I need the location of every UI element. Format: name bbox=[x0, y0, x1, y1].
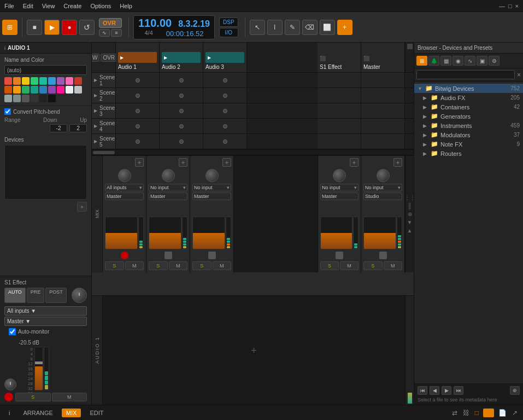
input-select[interactable]: All inputs ▼ bbox=[4, 306, 87, 316]
menu-options[interactable]: Options bbox=[90, 3, 111, 9]
scene-cell-4-2[interactable] bbox=[160, 119, 203, 133]
scene-cell-4-3[interactable] bbox=[203, 119, 247, 133]
status-icon-link[interactable]: ⛓ bbox=[462, 408, 471, 418]
scene-cell-1-1[interactable] bbox=[116, 73, 160, 88]
rec-btn-s1[interactable] bbox=[336, 252, 343, 259]
browser-tool-grid[interactable]: ⊞ bbox=[416, 56, 427, 66]
fader-master-track[interactable] bbox=[363, 217, 396, 249]
mixer-nav-up[interactable]: ▲ bbox=[407, 228, 413, 234]
scene-cell-1-3[interactable] bbox=[203, 73, 247, 88]
input-ch1[interactable]: All inputs ▾ bbox=[105, 184, 144, 191]
browser-tool-circle[interactable]: ◉ bbox=[453, 56, 463, 66]
tree-item-bitwig[interactable]: ▼ 📁 Bitwig Devices 752 bbox=[414, 84, 523, 93]
browser-nav-next[interactable]: ▶ bbox=[442, 386, 451, 395]
browser-tool-bar[interactable]: ▦ bbox=[440, 56, 451, 66]
scene-cell-2-5[interactable] bbox=[361, 88, 405, 103]
browser-tool-monitor[interactable]: ▣ bbox=[477, 56, 487, 66]
browser-nav-prev[interactable]: ◀ bbox=[430, 386, 439, 395]
color-yellow[interactable] bbox=[22, 77, 30, 85]
add-tool[interactable]: + bbox=[337, 20, 352, 35]
scene-cell-2-1[interactable] bbox=[116, 88, 160, 103]
tree-item-notefx[interactable]: ▶ 📁 Note FX 9 bbox=[414, 139, 523, 149]
tree-item-audiofx[interactable]: ▶ 📁 Audio FX 205 bbox=[414, 93, 523, 102]
scene-cell-1-5[interactable] bbox=[361, 73, 405, 88]
play-button[interactable]: ▶ bbox=[44, 20, 60, 35]
win-maximize[interactable]: □ bbox=[508, 3, 512, 9]
menu-file[interactable]: File bbox=[4, 3, 14, 9]
add-fx-master[interactable]: + bbox=[393, 158, 402, 167]
send-master[interactable]: Studio bbox=[363, 192, 402, 200]
add-fx-s1[interactable]: + bbox=[350, 158, 359, 167]
fader-ch3-track[interactable] bbox=[192, 217, 225, 249]
track-scroll[interactable] bbox=[405, 43, 414, 72]
scene-cell-5-4[interactable] bbox=[318, 134, 361, 149]
waveform-canvas[interactable]: + bbox=[103, 296, 405, 405]
color-burnt[interactable] bbox=[4, 86, 12, 94]
scene-scrollbar[interactable] bbox=[92, 149, 414, 155]
range-down-val[interactable]: -2 bbox=[50, 124, 67, 132]
tab-edit[interactable]: EDIT bbox=[85, 409, 108, 417]
color-darkteal[interactable] bbox=[31, 86, 38, 94]
scene-cell-2-3[interactable] bbox=[203, 88, 247, 103]
rec-btn-ch3[interactable] bbox=[208, 252, 216, 259]
send-ch2[interactable]: Master bbox=[149, 192, 187, 200]
pitch-bend-checkbox[interactable] bbox=[4, 108, 11, 115]
tree-item-instruments[interactable]: ▶ 📁 Instruments 459 bbox=[414, 121, 523, 130]
solo-master[interactable]: S bbox=[363, 261, 383, 270]
scene-cell-3-5[interactable] bbox=[361, 103, 405, 118]
win-close[interactable]: × bbox=[515, 3, 519, 9]
grid-button[interactable]: ≡ bbox=[111, 29, 122, 37]
waveform-add-icon[interactable]: + bbox=[251, 345, 257, 356]
scene-cell-5-3[interactable] bbox=[203, 134, 247, 149]
track-header-audio3[interactable]: ▶ Audio 3 bbox=[203, 43, 247, 72]
record-button[interactable]: ● bbox=[62, 20, 77, 35]
scene-cell-4-4[interactable] bbox=[318, 119, 361, 133]
track-header-audio1[interactable]: ▶ Audio 1 bbox=[116, 43, 160, 72]
scene-cell-3-1[interactable] bbox=[116, 103, 160, 118]
menu-create[interactable]: Create bbox=[63, 3, 81, 9]
status-icon-file[interactable]: 📄 bbox=[497, 408, 508, 418]
menu-view[interactable]: View bbox=[42, 3, 55, 9]
color-dark[interactable] bbox=[31, 95, 38, 102]
track-header-master[interactable]: ⬛ Master bbox=[361, 43, 405, 72]
browser-search-clear[interactable]: × bbox=[517, 71, 521, 79]
pan-knob-ch2[interactable] bbox=[162, 169, 175, 182]
color-darkred[interactable] bbox=[74, 77, 82, 85]
send-s1[interactable]: Master bbox=[320, 192, 359, 200]
add-fx-ch2[interactable]: + bbox=[179, 158, 187, 167]
bpm-display[interactable]: 110.00 bbox=[138, 17, 172, 30]
color-green[interactable] bbox=[31, 77, 38, 85]
color-pink[interactable] bbox=[66, 77, 73, 85]
color-white[interactable] bbox=[66, 86, 73, 94]
tree-item-routers[interactable]: ▶ 📁 Routers bbox=[414, 149, 523, 158]
status-icon-export[interactable]: ↗ bbox=[511, 408, 519, 418]
send-ch3[interactable]: Master bbox=[192, 192, 231, 200]
s1-tab-pre[interactable]: PRE bbox=[27, 288, 45, 303]
scene-scroll-thumb[interactable] bbox=[93, 151, 115, 154]
auto-label[interactable]: (auto) bbox=[7, 67, 21, 73]
pan-knob-ch1[interactable] bbox=[118, 169, 131, 182]
input-s1[interactable]: No input ▾ bbox=[320, 184, 359, 191]
menu-edit[interactable]: Edit bbox=[23, 3, 33, 9]
s1-knob[interactable] bbox=[72, 288, 87, 303]
solo-ch2[interactable]: S bbox=[149, 261, 168, 270]
color-teal[interactable] bbox=[39, 77, 47, 85]
mute-master[interactable]: M bbox=[384, 261, 403, 270]
send-ch1[interactable]: Master bbox=[105, 192, 144, 200]
mute-s1[interactable]: M bbox=[340, 261, 359, 270]
send-select[interactable]: Master ▼ bbox=[4, 317, 87, 326]
tab-arrange[interactable]: ARRANGE bbox=[19, 409, 57, 417]
scene-cell-5-5[interactable] bbox=[361, 134, 405, 149]
scene-cell-2-2[interactable] bbox=[160, 88, 203, 103]
browser-nav-prev-prev[interactable]: ⏮ bbox=[418, 386, 427, 395]
mixer-nav-dots[interactable]: ⋮⋮ bbox=[404, 195, 414, 201]
color-orange[interactable] bbox=[13, 77, 21, 85]
text-tool[interactable]: I bbox=[267, 20, 283, 35]
color-darkgreen[interactable] bbox=[22, 86, 30, 94]
input-master[interactable]: No input ▾ bbox=[363, 184, 402, 191]
stop-button[interactable]: ■ bbox=[27, 20, 42, 35]
loop-button[interactable]: ↺ bbox=[79, 20, 95, 35]
color-blue[interactable] bbox=[48, 77, 56, 85]
snap-button[interactable]: ∿ bbox=[99, 29, 110, 37]
color-silver[interactable] bbox=[74, 86, 82, 94]
